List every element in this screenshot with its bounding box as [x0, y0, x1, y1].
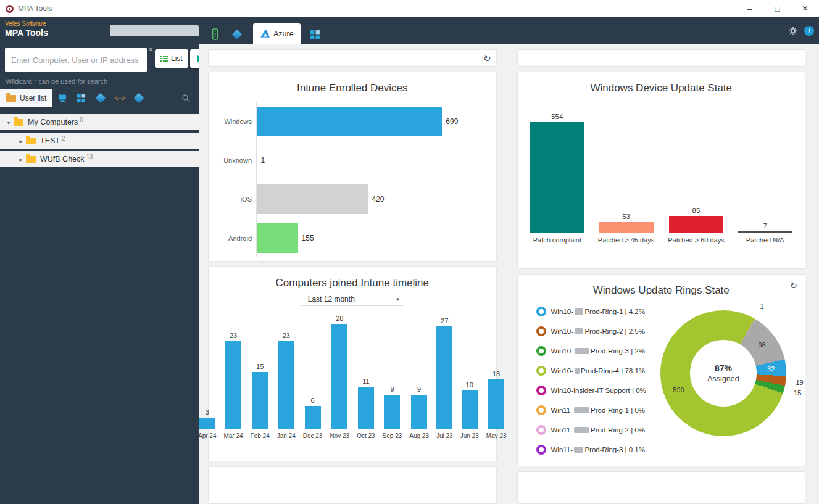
value-label: 15 [256, 363, 264, 370]
bar [305, 406, 321, 429]
right-bottom-card [517, 471, 806, 504]
wildcard-hint: Wildcard * can be used for search [0, 72, 199, 89]
bar [599, 222, 654, 233]
refresh-icon[interactable]: ↻ [483, 54, 491, 63]
bar-column: 13 [488, 315, 504, 429]
timeline-range-value: Last 12 month [308, 295, 355, 304]
dashboard: ↻ Intune Enrolled Devices Windows699Unkn… [199, 44, 819, 504]
bar-column: 7 [738, 109, 792, 233]
slice-label: 98 [758, 341, 765, 349]
intune-timeline-chart: 3Apr 2423Mar 2415Feb 2423Jan 246Dec 2328… [209, 315, 496, 439]
tab-azure-view[interactable] [129, 89, 148, 107]
refresh-icon[interactable]: ↻ [789, 281, 797, 290]
timeline-range-select[interactable]: Last 12 month ▾ [301, 294, 404, 306]
category-label: Windows [216, 118, 256, 125]
category-label: Aug 23 [409, 432, 429, 439]
azure-logo-icon [260, 28, 270, 39]
category-label: Sep 23 [383, 432, 402, 439]
ring-icon [536, 326, 546, 336]
monitor-icon [57, 94, 67, 102]
hbar-row: Unknown1 [216, 141, 485, 180]
chevron-down-icon[interactable]: ▾ [4, 119, 14, 126]
intune-enrolled-chart: Windows699Unknown1iOS420Android155 [209, 94, 496, 257]
hbar-row: Windows699 [216, 102, 485, 141]
bar [278, 341, 294, 429]
tree-item[interactable]: ▾My Computers0 [0, 114, 199, 130]
ring-icon [536, 346, 546, 356]
maximize-button[interactable]: □ [763, 0, 791, 17]
tab-grid-view[interactable] [72, 89, 91, 107]
list-button[interactable]: List [155, 49, 188, 68]
tab-remote-tools[interactable] [204, 25, 226, 44]
chevron-right-icon[interactable]: ▸ [16, 138, 26, 144]
code-icon: <···> [115, 95, 125, 102]
tab-user-list[interactable]: User list [0, 89, 52, 107]
info-icon[interactable]: i [804, 26, 814, 36]
tab-apps-grid[interactable] [304, 25, 326, 44]
chart-title: Computers joined Intune timeline [209, 277, 496, 289]
category-label: Oct 23 [357, 432, 375, 439]
clear-search-icon[interactable]: × [149, 46, 152, 53]
bar-group: 85Patched > 60 days [668, 109, 724, 244]
bar [252, 372, 268, 429]
sidebar-tabs: User list <···> [0, 89, 199, 107]
slice-label: 1 [760, 303, 764, 310]
app-header: Veles Software MPA Tools Azure [0, 17, 819, 44]
chevron-right-icon[interactable]: ▸ [16, 156, 26, 163]
value-label: 554 [551, 113, 563, 120]
sidebar: × List [0, 44, 199, 504]
tree-item[interactable]: ▸TEST2 [0, 133, 199, 149]
search-computers-button[interactable] [177, 89, 196, 107]
bar [738, 231, 792, 233]
tree-item-count: 13 [86, 154, 93, 160]
category-label: Feb 24 [251, 432, 270, 439]
slice-label: 15 [794, 389, 801, 397]
bar [669, 216, 723, 233]
header-search-input[interactable] [110, 25, 199, 36]
tree-item-label: TEST [40, 136, 60, 145]
bar-track: 155 [256, 218, 485, 257]
legend-text: Prod-Ring-2 | 2.5% [584, 328, 645, 335]
bar [358, 387, 374, 429]
window-title: MPA Tools [18, 4, 52, 13]
redacted-text [574, 407, 589, 413]
bar [331, 324, 347, 429]
legend-item: Win10-Insider-IT Support | 0% [536, 381, 646, 400]
value-label: 10 [466, 381, 473, 389]
tree-item[interactable]: ▸WUfB Check13 [0, 151, 199, 167]
value-label: 23 [283, 332, 290, 339]
bar-group: 28Nov 23 [330, 315, 349, 439]
brand-product: MPA Tools [5, 28, 48, 38]
bar-group: 23Mar 24 [223, 315, 243, 439]
update-state-card: Windows Device Update State 554Patch com… [517, 72, 806, 269]
ring-icon [536, 405, 546, 415]
computer-search-input[interactable] [5, 48, 147, 72]
value-label: 1 [260, 156, 265, 165]
donut-center-value: 87% [715, 363, 732, 373]
window-titlebar: MPA Tools – □ × [0, 0, 819, 17]
close-button[interactable]: × [791, 0, 819, 17]
legend-item: Win10-Prod-Ring-3 | 2% [536, 341, 646, 361]
bar-group: 9Sep 23 [383, 315, 402, 439]
legend-text: Win11- [551, 426, 573, 434]
bar-column: 554 [530, 109, 584, 233]
rings-legend: Win10-Prod-Ring-1 | 4.2%Win10-Prod-Ring-… [518, 298, 646, 460]
tab-computers[interactable] [52, 89, 72, 107]
category-label: Jan 24 [277, 432, 296, 439]
brand-company: Veles Software [5, 20, 48, 28]
legend-item: Win11-Prod-Ring-3 | 0.1% [536, 440, 646, 460]
tab-scripts[interactable]: <···> [110, 89, 129, 107]
tab-diamond-view[interactable] [91, 89, 110, 107]
bar-track: 1 [256, 141, 485, 180]
settings-gear-icon[interactable] [788, 26, 798, 36]
value-label: 13 [493, 370, 500, 378]
bar-group: 23Jan 24 [277, 315, 296, 439]
bar-group: 7Patched N/A [738, 109, 792, 244]
sidebar-search-area: × List [0, 44, 199, 72]
rings-body: Win10-Prod-Ring-1 | 4.2%Win10-Prod-Ring-… [518, 298, 805, 460]
minimize-button[interactable]: – [736, 0, 763, 17]
bar-group: 10Jun 23 [460, 315, 479, 439]
tab-diamond[interactable] [226, 25, 248, 44]
tab-azure[interactable]: Azure [253, 23, 301, 44]
legend-text: Prod-Ring-2 | 0% [591, 426, 645, 434]
